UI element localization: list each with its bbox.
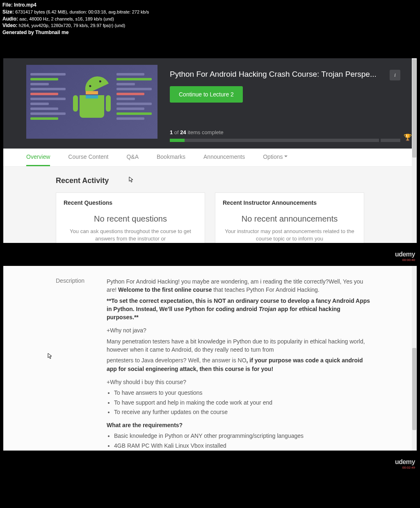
recent-questions-card: Recent Questions No recent questions You… [56,192,205,243]
frame-2: Description Python For Android Hacking! … [3,266,417,451]
info-icon[interactable]: i [390,70,400,80]
cursor-icon [129,176,134,185]
recent-announcements-card: Recent Instructor Announcements No recen… [215,192,364,243]
scrollbar[interactable] [412,58,417,243]
description-label: Description [56,277,107,451]
tab-options[interactable]: Options [263,149,288,166]
list-item: Basic knowledge in Python or ANY other p… [114,432,372,440]
watermark: udemy 00:02:49 [395,458,415,469]
frame-1: Python For Android Hacking Crash Course:… [3,58,417,243]
tab-announcements[interactable]: Announcements [203,149,245,166]
video-metadata: File: Intro.mp4 Size: 6731417 bytes (6.4… [0,0,420,38]
tab-bookmarks[interactable]: Bookmarks [157,149,185,166]
progress-section: 1 of 24 items complete [170,129,400,142]
recent-activity-heading: Recent Activity [56,176,417,185]
description-content: Python For Android Hacking! you maybe ar… [107,277,372,451]
list-item: 4GB RAM PC With Kali Linux Vbox installe… [114,442,372,450]
list-item: To have support and help in making the c… [114,398,372,407]
cursor-icon [48,353,52,361]
chevron-down-icon [284,156,288,159]
course-thumbnail [26,65,158,139]
continue-button[interactable]: Continue to Lecture 2 [170,86,243,103]
list-item: To have answers to your questions [114,389,372,397]
list-item: To receive any further updates on the co… [114,408,372,416]
tab-course-content[interactable]: Course Content [68,149,108,166]
tab-bar: Overview Course Content Q&A Bookmarks An… [3,149,417,167]
watermark: udemy 00:00:40 [395,251,415,262]
trophy-icon: 🏆 [404,133,412,141]
tab-qa[interactable]: Q&A [126,149,139,166]
course-hero: Python For Android Hacking Crash Course:… [3,58,417,149]
course-title: Python For Android Hacking Crash Course:… [170,70,404,79]
scrollbar[interactable] [412,266,417,451]
android-icon [71,82,112,131]
tab-overview[interactable]: Overview [26,149,50,166]
requirements-heading: What are the requirements? [107,421,372,429]
progress-bar [170,139,400,142]
